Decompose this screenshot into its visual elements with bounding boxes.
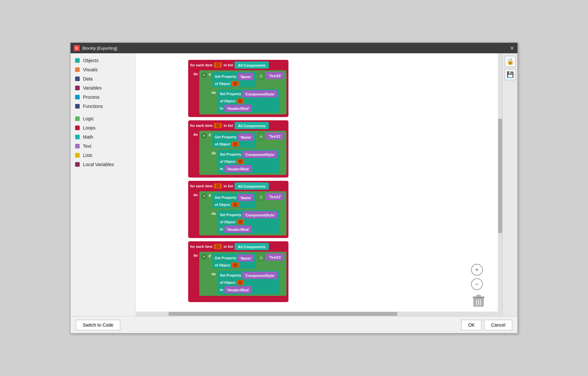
scrollbar-vertical-thumb[interactable]	[498, 119, 502, 233]
header-block-1[interactable]: "Header3Red"	[224, 105, 252, 112]
comp-style-block-2[interactable]: "ComponentStyle"	[242, 151, 277, 158]
gear-icon-1[interactable]: ⚙	[202, 73, 207, 78]
sidebar-item-loops[interactable]: Loops	[71, 123, 136, 132]
obj-connector2-3[interactable]	[237, 219, 244, 225]
name-block-1[interactable]: "Name"	[238, 73, 254, 80]
zoom-controls: + −	[471, 264, 483, 290]
footer-right: OK Cancel	[461, 320, 512, 330]
loop-bottom-strip-4	[190, 297, 229, 299]
sidebar-item-objects[interactable]: Objects	[71, 56, 136, 65]
name-block-3[interactable]: "Name"	[238, 194, 254, 201]
sidebar-item-lists[interactable]: Lists	[71, 151, 136, 160]
equals-block-2: =	[258, 132, 264, 140]
blocks-container: for each item in list All Components	[188, 60, 288, 305]
header-block-2[interactable]: "Header3Red"	[224, 165, 252, 172]
comp-style-block-1[interactable]: "ComponentStyle"	[242, 90, 277, 97]
get-property-label-1: Get Property	[215, 75, 237, 78]
logic-dot	[75, 116, 80, 121]
svg-rect-2	[477, 295, 481, 297]
save-button[interactable]: 💾	[505, 69, 516, 80]
set-property-block-4: Set Property "ComponentStyle" of Object	[218, 271, 280, 294]
sidebar-item-variables[interactable]: Variables	[71, 83, 136, 93]
zoom-out-button[interactable]: −	[471, 278, 483, 290]
sidebar-item-data[interactable]: Data	[71, 74, 136, 83]
trash-icon[interactable]	[473, 294, 484, 310]
sidebar-group1: Objects Visuals Data Variables	[71, 56, 136, 111]
if-label-2: if	[208, 133, 211, 137]
item-block-1[interactable]	[214, 62, 222, 68]
comp-style-block-4[interactable]: "ComponentStyle"	[242, 272, 277, 279]
all-components-block-2[interactable]: All Components	[235, 122, 269, 129]
zoom-in-button[interactable]: +	[471, 264, 483, 276]
obj-connector2-4[interactable]	[237, 280, 244, 285]
get-property-block-1: Get Property "Name" of Object	[212, 72, 256, 87]
text-value-block-1[interactable]: "Text10"	[266, 72, 284, 79]
object-connector-1[interactable]	[232, 81, 239, 86]
gear-icon-4[interactable]: ⚙	[202, 254, 207, 259]
scrollbar-vertical[interactable]	[498, 53, 502, 316]
header-block-3[interactable]: "Header3Red"	[224, 226, 252, 233]
text-value-block-2[interactable]: "Text11"	[266, 132, 284, 140]
sidebar-item-math[interactable]: Math	[71, 132, 136, 142]
text-value-block-3[interactable]: "Text12"	[266, 193, 284, 200]
obj-connector2-2[interactable]	[237, 159, 244, 164]
in-list-label-1: in list	[223, 63, 233, 67]
object-connector-2[interactable]	[232, 142, 239, 147]
variables-dot	[75, 86, 80, 90]
comp-style-block-3[interactable]: "ComponentStyle"	[242, 211, 277, 218]
item-block-2[interactable]	[214, 123, 222, 128]
all-components-block-3[interactable]: All Components	[235, 182, 269, 190]
name-block-2[interactable]: "Name"	[238, 133, 254, 141]
sidebar-item-text[interactable]: Text	[71, 142, 136, 151]
item-block-4[interactable]	[214, 244, 222, 249]
lists-dot	[75, 153, 80, 158]
scrollbar-horizontal-thumb[interactable]	[169, 312, 397, 316]
for-each-label-1: for each item	[190, 63, 212, 67]
if-block-3: ⚙ if Get Property "Name"	[199, 191, 286, 235]
process-dot	[75, 95, 80, 99]
do-label-1: do	[193, 72, 198, 76]
if-block-1: ⚙ if Get Property "Name"	[199, 70, 286, 114]
sidebar-item-visuals[interactable]: Visuals	[71, 65, 136, 74]
scrollbar-horizontal[interactable]	[136, 312, 498, 316]
object-connector-4[interactable]	[232, 263, 239, 268]
for-each-label-2: for each item	[190, 124, 212, 128]
if-block-2: ⚙ if Get Property "Name"	[199, 131, 286, 175]
text-value-block-4[interactable]: "Text13"	[266, 253, 284, 261]
switch-to-code-button[interactable]: Switch to Code	[76, 320, 120, 330]
close-button[interactable]: ✕	[510, 45, 514, 51]
ok-button[interactable]: OK	[461, 320, 482, 330]
math-dot	[75, 135, 80, 139]
header-block-4[interactable]: "Header3Red"	[224, 286, 252, 293]
lock-button[interactable]: 🔒	[505, 56, 516, 67]
set-property-block-1: Set Property "ComponentStyle" of Object	[218, 89, 280, 113]
visuals-dot	[75, 67, 80, 72]
obj-connector2-1[interactable]	[237, 98, 244, 104]
sidebar-group2: Logic Loops Math Text	[71, 114, 136, 169]
lock-icon: 🔒	[507, 58, 514, 65]
do-label-2: do	[193, 132, 198, 136]
gear-icon-2[interactable]: ⚙	[202, 133, 207, 138]
all-components-block-4[interactable]: All Components	[235, 243, 269, 250]
loop-block-3: for each item in list All Components	[188, 181, 288, 238]
sidebar-item-process[interactable]: Process	[71, 93, 136, 102]
do2-label-2: do	[211, 151, 216, 155]
cancel-button[interactable]: Cancel	[484, 320, 512, 330]
sidebar-divider	[71, 111, 136, 114]
main-area: Objects Visuals Data Variables	[71, 53, 517, 316]
get-property-block-3: Get Property "Name" of Object	[212, 193, 256, 208]
sidebar-item-local-variables[interactable]: Local Variables	[71, 160, 136, 169]
local-variables-dot	[75, 162, 80, 167]
gear-icon-3[interactable]: ⚙	[202, 194, 207, 199]
item-block-3[interactable]	[214, 183, 222, 189]
canvas-area[interactable]: for each item in list All Components	[136, 53, 502, 316]
window-title: Blockly [Exporting]	[82, 46, 117, 51]
sidebar-item-functions[interactable]: Functions	[71, 102, 136, 111]
name-block-4[interactable]: "Name"	[238, 254, 254, 262]
titlebar: K Blockly [Exporting] ✕	[71, 43, 517, 53]
all-components-block-1[interactable]: All Components	[235, 61, 269, 69]
right-toolbar: 🔒 💾	[502, 53, 517, 316]
loop-block-2: for each item in list All Components	[188, 120, 288, 178]
sidebar-item-logic[interactable]: Logic	[71, 114, 136, 123]
object-connector-3[interactable]	[232, 202, 239, 207]
